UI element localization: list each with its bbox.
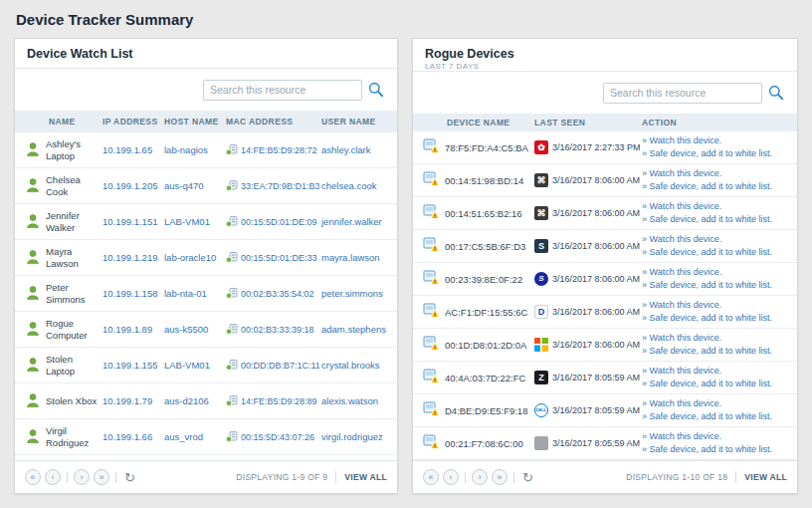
watch-device-link[interactable]: » Watch this device. [642, 200, 787, 214]
rogue-device-mac: 00:21:F7:08:6C:00 [445, 438, 523, 449]
search-icon[interactable] [767, 84, 785, 102]
rogue-device-mac: 00:17:C5:5B:6F:D3 [445, 241, 525, 252]
mac-address-link[interactable]: 00:15:5D:43:07:26 [241, 432, 314, 442]
watch-device-link[interactable]: » Watch this device. [642, 397, 787, 411]
watch-device-link[interactable]: » Watch this device. [642, 365, 787, 379]
ip-address-link[interactable]: 10.199.1.155 [102, 360, 157, 371]
last-page-button[interactable]: » [94, 469, 109, 485]
watch-list-column-headers: NAME IP ADDRESS HOST NAME MAC ADDRESS US… [15, 111, 397, 132]
switch-port-icon [226, 215, 238, 229]
user-name-link[interactable]: crystal.brooks [321, 360, 380, 371]
rogue-device-row: ! 00:21:F7:08:6C:00 3/16/2017 8:05:59 AM… [413, 427, 797, 460]
host-name-link[interactable]: lab-oracle10 [164, 252, 216, 263]
user-name-link[interactable]: jennifer.walker [321, 216, 382, 227]
rogue-device-row: ! 00:14:51:98:BD:14 ⌘ 3/16/2017 8:06:00 … [413, 164, 797, 197]
svg-text:!: ! [434, 246, 436, 252]
refresh-icon[interactable]: ↻ [124, 470, 135, 485]
safe-device-link[interactable]: » Safe device, add it to white list. [642, 443, 787, 457]
safe-device-link[interactable]: » Safe device, add it to white list. [642, 180, 787, 194]
watch-list-row: Rogue Computer 10.199.1.89 aus-k5500 00:… [15, 312, 397, 348]
host-name-link[interactable]: aus-q470 [164, 180, 204, 191]
safe-device-link[interactable]: » Safe device, add it to white list. [642, 279, 787, 293]
view-all-link[interactable]: VIEW ALL [344, 472, 387, 482]
mac-address-link[interactable]: 00:15:5D:01:DE:33 [241, 253, 317, 263]
watch-list-table-body: Ashley's Laptop 10.199.1.65 lab-nagios 1… [15, 132, 397, 455]
user-name-link[interactable]: mayra.lawson [321, 252, 380, 263]
first-page-button[interactable]: « [423, 469, 439, 485]
safe-device-link[interactable]: » Safe device, add it to white list. [642, 147, 787, 161]
mac-address-link[interactable]: 00:02:B3:35:54:02 [241, 289, 314, 299]
user-name-link[interactable]: virgil.rodriguez [321, 431, 383, 442]
displaying-count: DISPLAYING 1-10 OF 18 [626, 472, 727, 482]
search-input[interactable] [603, 83, 762, 104]
host-name-link[interactable]: lab-nta-01 [164, 288, 207, 299]
watch-device-link[interactable]: » Watch this device. [642, 332, 787, 346]
next-page-button[interactable]: › [472, 469, 488, 485]
safe-device-link[interactable]: » Safe device, add it to white list. [642, 410, 787, 424]
search-icon[interactable] [367, 81, 385, 99]
rogue-device-warning-icon: ! [423, 138, 440, 156]
first-page-button[interactable]: « [25, 469, 41, 485]
ip-address-link[interactable]: 10.199.1.79 [102, 395, 152, 406]
host-name-link[interactable]: aus-k5500 [164, 324, 208, 335]
watch-list-row: Stolen Xbox 10.199.1.79 aus-d2106 14:FE:… [15, 383, 397, 419]
mac-address-link[interactable]: 14:FE:B5:D9:28:72 [241, 145, 317, 155]
ip-address-link[interactable]: 10.199.1.158 [102, 288, 157, 299]
rogue-device-row: ! 00:17:C5:5B:6F:D3 S 3/16/2017 8:06:00 … [413, 230, 797, 263]
pager-separator [465, 472, 466, 483]
switch-port-icon [226, 323, 238, 337]
mac-address-link[interactable]: 00:15:5D:01:DE:09 [241, 217, 317, 227]
ip-address-link[interactable]: 10.199.1.205 [102, 180, 157, 191]
safe-device-link[interactable]: » Safe device, add it to white list. [642, 345, 787, 359]
prev-page-button[interactable]: ‹ [443, 469, 459, 485]
microsoft-logo [534, 338, 548, 352]
svg-text:!: ! [434, 443, 436, 449]
watch-device-link[interactable]: » Watch this device. [642, 430, 787, 444]
sonicwall-logo: S [534, 239, 548, 253]
safe-device-link[interactable]: » Safe device, add it to white list. [642, 246, 787, 260]
host-name-link[interactable]: lab-nagios [164, 144, 208, 155]
mac-address-link[interactable]: 33:EA:7D:9B:D1:B3 [241, 181, 319, 191]
user-name-link[interactable]: ashley.clark [321, 144, 370, 155]
host-name-link[interactable]: LAB-VM01 [164, 360, 210, 371]
host-name-link[interactable]: LAB-VM01 [164, 216, 210, 227]
safe-device-link[interactable]: » Safe device, add it to white list. [642, 213, 787, 227]
ip-address-link[interactable]: 10.199.1.151 [102, 216, 157, 227]
watch-device-link[interactable]: » Watch this device. [642, 134, 787, 148]
user-name-link[interactable]: peter.simmons [321, 288, 383, 299]
watch-device-link[interactable]: » Watch this device. [642, 233, 787, 247]
search-input[interactable] [203, 80, 362, 101]
ip-address-link[interactable]: 10.199.1.66 [102, 431, 152, 442]
mac-address-link[interactable]: 00:DD:DB:B7:1C:11 [241, 361, 319, 371]
watch-device-link[interactable]: » Watch this device. [642, 299, 787, 313]
rogue-device-warning-icon: ! [423, 303, 440, 321]
user-name-link[interactable]: alexis.watson [321, 395, 378, 406]
last-page-button[interactable]: » [492, 469, 508, 485]
rogue-device-mac: 00:14:51:98:BD:14 [445, 175, 523, 186]
watch-list-row: Stolen Laptop 10.199.1.155 LAB-VM01 00:D… [15, 348, 397, 383]
mac-address-link[interactable]: 00:02:B3:33:39:18 [241, 325, 314, 335]
host-name-link[interactable]: aus_vrod [164, 431, 203, 442]
refresh-icon[interactable]: ↻ [522, 470, 533, 485]
user-name-link[interactable]: chelsea.cook [321, 180, 376, 191]
device-watch-list-panel: Device Watch List NAME IP ADDRESS HOST N… [14, 38, 398, 494]
watch-device-link[interactable]: » Watch this device. [642, 266, 787, 280]
svg-text:!: ! [434, 147, 436, 153]
view-all-link[interactable]: VIEW ALL [744, 472, 787, 482]
last-seen-timestamp: 3/16/2017 8:06:00 AM [552, 340, 640, 350]
ip-address-link[interactable]: 10.199.1.219 [102, 252, 157, 263]
user-name-link[interactable]: adam.stephens [321, 324, 386, 335]
user-device-icon [25, 285, 41, 303]
watch-device-link[interactable]: » Watch this device. [642, 167, 787, 181]
prev-page-button[interactable]: ‹ [45, 469, 61, 485]
ip-address-link[interactable]: 10.199.1.89 [102, 324, 152, 335]
rogue-devices-header: Rogue Devices LAST 7 DAYS [413, 39, 797, 72]
ip-address-link[interactable]: 10.199.1.65 [102, 144, 152, 155]
rogue-device-warning-icon: ! [423, 369, 440, 386]
mac-address-link[interactable]: 14:FE:B5:D9:28:89 [241, 396, 317, 406]
host-name-link[interactable]: aus-d2106 [164, 395, 209, 406]
safe-device-link[interactable]: » Safe device, add it to white list. [642, 312, 787, 326]
next-page-button[interactable]: › [74, 469, 90, 485]
huawei-logo: ✿ [534, 140, 548, 154]
safe-device-link[interactable]: » Safe device, add it to white list. [642, 378, 787, 391]
